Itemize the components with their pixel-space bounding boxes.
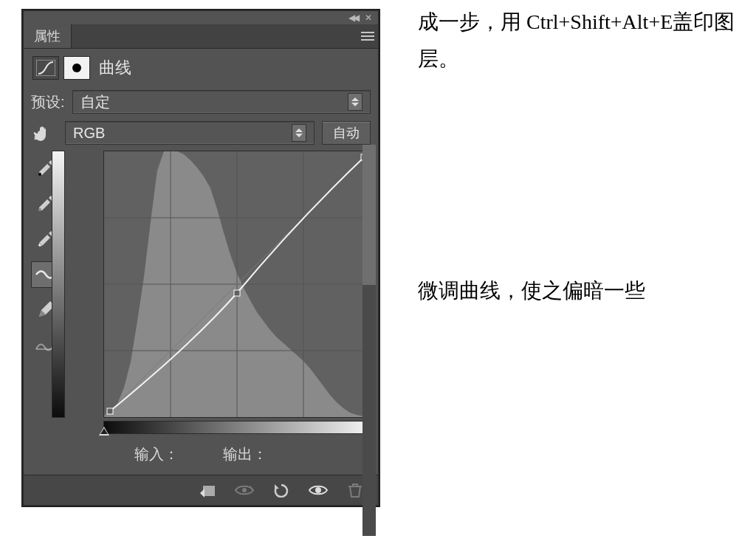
svg-rect-12 bbox=[234, 290, 240, 296]
output-label: 输出： bbox=[223, 444, 267, 464]
svg-point-1 bbox=[38, 173, 41, 176]
output-gradient bbox=[52, 151, 65, 418]
mask-icon[interactable] bbox=[63, 56, 90, 80]
scrollbar-thumb[interactable] bbox=[362, 145, 376, 285]
close-icon[interactable]: ✕ bbox=[365, 13, 372, 22]
svg-point-16 bbox=[315, 487, 321, 493]
tab-label: 属性 bbox=[34, 27, 61, 45]
view-previous-icon[interactable] bbox=[227, 479, 261, 501]
svg-point-3 bbox=[38, 244, 41, 247]
input-label: 输入： bbox=[134, 444, 179, 464]
instruction-text-2: 微调曲线，使之偏暗一些 bbox=[418, 275, 735, 307]
svg-point-2 bbox=[38, 208, 41, 211]
black-point-slider[interactable] bbox=[99, 427, 109, 436]
hand-icon[interactable] bbox=[31, 122, 58, 144]
panel-tab-bar: 属性 bbox=[24, 24, 378, 49]
curves-icon[interactable] bbox=[32, 56, 59, 80]
dropdown-handle-icon bbox=[292, 124, 306, 142]
trash-icon[interactable] bbox=[338, 479, 372, 501]
visibility-icon[interactable] bbox=[301, 479, 335, 501]
panel-menu-icon[interactable] bbox=[357, 24, 378, 48]
adjustment-title: 曲线 bbox=[99, 57, 131, 79]
tab-properties[interactable]: 属性 bbox=[24, 24, 72, 48]
panel-scrollbar[interactable] bbox=[362, 145, 376, 536]
reset-icon[interactable] bbox=[264, 479, 298, 501]
instruction-text-1: 成一步，用 Ctrl+Shift+Alt+E盖印图层。 bbox=[418, 4, 735, 78]
channel-value: RGB bbox=[73, 125, 105, 142]
preset-dropdown[interactable]: 自定 bbox=[72, 90, 371, 114]
svg-rect-14 bbox=[203, 486, 215, 496]
input-gradient[interactable] bbox=[103, 421, 371, 434]
auto-button-label: 自动 bbox=[333, 124, 360, 142]
preset-value: 自定 bbox=[80, 92, 110, 112]
properties-panel: ◀◀ ✕ 属性 曲线 预设: 自定 bbox=[22, 10, 379, 506]
panel-bottom-bar bbox=[24, 475, 378, 505]
svg-rect-11 bbox=[107, 408, 113, 414]
channel-dropdown[interactable]: RGB bbox=[65, 121, 315, 145]
panel-body: 曲线 预设: 自定 RGB 自动 bbox=[24, 49, 378, 475]
clip-to-layer-icon[interactable] bbox=[190, 479, 224, 501]
collapse-icon[interactable]: ◀◀ bbox=[348, 13, 357, 22]
svg-point-15 bbox=[242, 488, 247, 492]
preset-label: 预设: bbox=[31, 92, 65, 112]
curves-graph[interactable] bbox=[103, 151, 371, 418]
panel-topbar: ◀◀ ✕ bbox=[24, 11, 378, 24]
dropdown-handle-icon bbox=[348, 93, 362, 111]
auto-button[interactable]: 自动 bbox=[322, 121, 371, 145]
